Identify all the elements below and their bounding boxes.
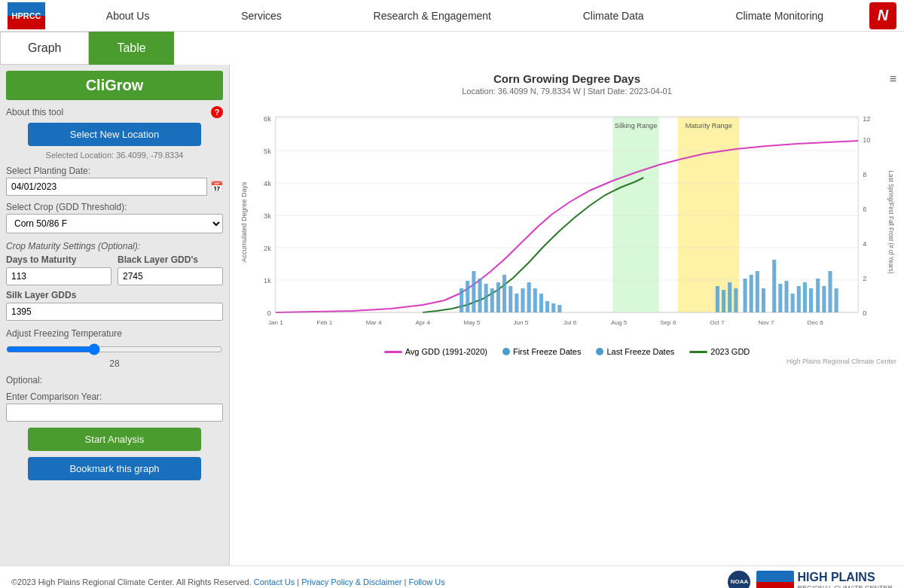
tab-bar: Graph Table <box>0 32 904 65</box>
app-title: CliGrow <box>6 71 223 100</box>
svg-rect-47 <box>744 279 747 312</box>
tab-graph[interactable]: Graph <box>0 32 89 65</box>
calendar-icon[interactable]: 📅 <box>210 181 223 193</box>
svg-rect-53 <box>784 281 788 312</box>
svg-rect-60 <box>828 271 832 312</box>
chart-menu-icon[interactable]: ≡ <box>890 72 896 86</box>
start-analysis-button[interactable]: Start Analysis <box>28 428 201 451</box>
days-to-maturity-label: Days to Maturity <box>6 254 111 265</box>
svg-rect-76 <box>545 301 549 312</box>
svg-rect-55 <box>797 286 801 312</box>
svg-rect-73 <box>527 282 531 312</box>
optional-label: Optional: <box>6 375 223 385</box>
legend-first-freeze: First Freeze Dates <box>502 347 581 356</box>
crop-label: Select Crop (GDD Threshold): <box>6 202 223 212</box>
freeze-temp-label: Adjust Freezing Temperature <box>6 328 223 339</box>
svg-text:Mar 4: Mar 4 <box>366 319 382 326</box>
freeze-temp-value: 28 <box>6 358 223 369</box>
help-icon[interactable]: ? <box>211 106 223 118</box>
svg-text:Jun 5: Jun 5 <box>514 319 529 326</box>
svg-rect-58 <box>816 279 820 312</box>
svg-text:Oct 7: Oct 7 <box>710 319 725 326</box>
svg-rect-46 <box>734 288 738 312</box>
svg-rect-78 <box>557 305 561 312</box>
black-layer-input[interactable] <box>118 267 223 285</box>
svg-rect-66 <box>484 284 488 312</box>
nav-links: About Us Services Research & Engagement … <box>60 10 869 22</box>
svg-rect-44 <box>722 290 725 312</box>
top-navigation: HPRCC About Us Services Research & Engag… <box>0 0 904 32</box>
nav-climate-data[interactable]: Climate Data <box>576 10 652 22</box>
svg-text:Aug 5: Aug 5 <box>611 319 628 326</box>
footer-privacy-link[interactable]: Privacy Policy & Disclaimer <box>301 577 402 586</box>
svg-text:12: 12 <box>863 115 870 123</box>
svg-rect-51 <box>772 260 776 312</box>
selected-location-text: Selected Location: 36.4099, -79.8334 <box>6 151 223 160</box>
legend-last-freeze: Last Freeze Dates <box>596 347 674 356</box>
tab-table[interactable]: Table <box>89 32 173 65</box>
svg-rect-48 <box>750 275 753 312</box>
svg-rect-57 <box>809 288 813 312</box>
svg-rect-54 <box>791 294 795 312</box>
nav-climate-monitoring[interactable]: Climate Monitoring <box>728 10 831 22</box>
svg-text:HPRCC: HPRCC <box>11 11 41 20</box>
chart-area: Corn Growing Degree Days Location: 36.40… <box>230 65 904 565</box>
svg-rect-61 <box>835 288 838 312</box>
svg-text:May 5: May 5 <box>463 319 481 326</box>
svg-text:3k: 3k <box>264 212 271 220</box>
svg-text:5k: 5k <box>264 148 271 155</box>
svg-rect-67 <box>490 288 494 312</box>
black-layer-label: Black Layer GDD's <box>118 254 223 265</box>
svg-text:Nov 7: Nov 7 <box>758 319 774 326</box>
crop-select[interactable]: Corn 50/86 F Soybean 50/86 F Sorghum 50/… <box>6 214 223 233</box>
about-tool-label: About this tool <box>6 107 63 117</box>
svg-text:Maturity Range: Maturity Range <box>686 122 732 129</box>
chart-subtitle: Location: 36.4099 N, 79.8334 W | Start D… <box>237 87 896 96</box>
comparison-year-label: Enter Comparison Year: <box>6 391 223 402</box>
freeze-temp-slider[interactable] <box>6 343 223 355</box>
svg-text:6k: 6k <box>264 115 271 123</box>
footer-contact-link[interactable]: Contact Us <box>254 577 295 586</box>
hprcc-logo: HPRCC <box>8 2 45 29</box>
silk-layer-input[interactable] <box>6 303 223 321</box>
chart-title: Corn Growing Degree Days <box>237 72 896 85</box>
legend-avg-gdd: Avg GDD (1991-2020) <box>384 347 487 356</box>
nav-research[interactable]: Research & Engagement <box>366 10 499 22</box>
svg-text:Apr 4: Apr 4 <box>415 319 430 326</box>
legend-2023-gdd: 2023 GDD <box>689 347 750 356</box>
nav-about[interactable]: About Us <box>99 10 157 22</box>
svg-rect-74 <box>533 288 537 312</box>
svg-text:2k: 2k <box>264 245 271 252</box>
svg-text:10: 10 <box>863 136 870 144</box>
chart-svg: Silking Range Maturity Range 0 <box>237 102 896 343</box>
svg-text:2: 2 <box>863 275 866 282</box>
svg-rect-50 <box>762 288 765 312</box>
footer-copyright: ©2023 High Plains Regional Climate Cente… <box>11 577 445 586</box>
svg-text:0: 0 <box>267 309 271 317</box>
chart-legend: Avg GDD (1991-2020) First Freeze Dates L… <box>237 347 896 356</box>
select-location-button[interactable]: Select New Location <box>28 123 201 146</box>
svg-text:Feb 1: Feb 1 <box>317 319 333 326</box>
nav-services[interactable]: Services <box>234 10 289 22</box>
svg-text:Last Spring/First Fall Frost (: Last Spring/First Fall Frost (# of Years… <box>887 171 894 274</box>
svg-rect-45 <box>728 282 731 312</box>
footer-follow-link[interactable]: Follow Us <box>408 577 444 586</box>
bookmark-button[interactable]: Bookmark this graph <box>28 457 201 480</box>
days-to-maturity-input[interactable] <box>6 267 111 285</box>
main-content: CliGrow About this tool ? Select New Loc… <box>0 65 904 565</box>
svg-text:4: 4 <box>863 240 866 248</box>
chart-credit: High Plains Regional Climate Center <box>237 358 896 365</box>
svg-text:1k: 1k <box>264 277 271 285</box>
chart-container: Corn Growing Degree Days Location: 36.40… <box>237 72 896 351</box>
nebraska-logo: N <box>869 2 896 29</box>
svg-rect-59 <box>822 286 826 312</box>
svg-rect-49 <box>756 271 759 312</box>
comparison-year-input[interactable] <box>6 404 223 422</box>
svg-rect-65 <box>478 279 481 312</box>
planting-date-input[interactable] <box>6 178 207 196</box>
footer-logos: NOAA HIGH PLAINS REGIONAL CLIMATE CENTER <box>728 571 893 589</box>
svg-rect-70 <box>508 286 512 312</box>
svg-text:8: 8 <box>863 171 866 178</box>
planting-date-label: Select Planting Date: <box>6 166 223 176</box>
svg-text:Sep 6: Sep 6 <box>660 319 676 326</box>
